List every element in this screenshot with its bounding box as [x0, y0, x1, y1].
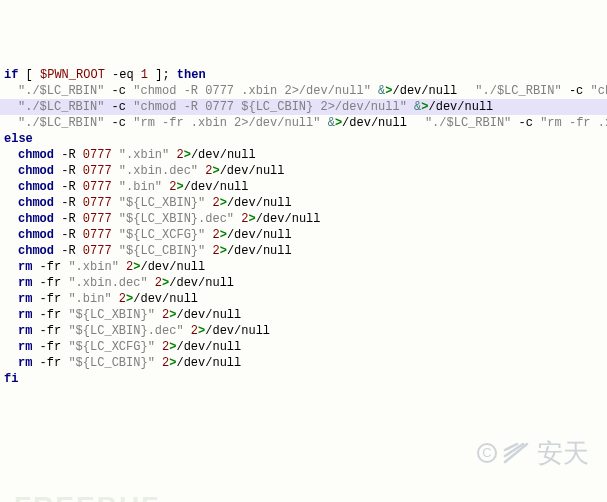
code-line: "./$LC_RBIN" -c "chmod -R 0777 ${LC_CBIN…	[0, 99, 607, 115]
code-line: rm -fr ".xbin" 2>/dev/null	[0, 259, 607, 275]
if-line: if [ $PWN_ROOT -eq 1 ]; then	[0, 67, 607, 83]
code-line: rm -fr "${LC_XCFG}" 2>/dev/null	[0, 339, 607, 355]
fi-line: fi	[0, 371, 607, 387]
code-line: chmod -R 0777 "${LC_XBIN}.dec" 2>/dev/nu…	[0, 211, 607, 227]
code-line: rm -fr ".bin" 2>/dev/null	[0, 291, 607, 307]
code-line: "./$LC_RBIN" -c "rm -fr .xbin 2>/dev/nul…	[0, 116, 407, 130]
code-line: "./$LC_RBIN" -c "chmod -R 0777 .xbin 2>/…	[0, 84, 457, 98]
code-line: chmod -R 0777 "${LC_CBIN}" 2>/dev/null	[0, 243, 607, 259]
code-line: chmod -R 0777 ".xbin" 2>/dev/null	[0, 147, 607, 163]
code-line: "./$LC_RBIN" -c "rm -fr .xbin.dec 2>/dev…	[407, 116, 607, 130]
code-line: chmod -R 0777 "${LC_XBIN}" 2>/dev/null	[0, 195, 607, 211]
code-line: chmod -R 0777 "${LC_XCFG}" 2>/dev/null	[0, 227, 607, 243]
else-line: else	[0, 131, 607, 147]
code-line: rm -fr ".xbin.dec" 2>/dev/null	[0, 275, 607, 291]
code-line: rm -fr "${LC_XBIN}.dec" 2>/dev/null	[0, 323, 607, 339]
copyright-icon: C	[477, 443, 497, 463]
code-block: if [ $PWN_ROOT -eq 1 ]; then"./$LC_RBIN"…	[0, 67, 607, 387]
antiy-logo: C 安天	[477, 440, 589, 466]
code-line: chmod -R 0777 ".xbin.dec" 2>/dev/null	[0, 163, 607, 179]
code-line: chmod -R 0777 ".bin" 2>/dev/null	[0, 179, 607, 195]
code-line: rm -fr "${LC_XBIN}" 2>/dev/null	[0, 307, 607, 323]
code-line: rm -fr "${LC_CBIN}" 2>/dev/null	[0, 355, 607, 371]
code-line: "./$LC_RBIN" -c "chmod -R 0777 .xbin.dec…	[457, 84, 607, 98]
wing-icon	[503, 440, 531, 466]
logo-text: 安天	[537, 445, 589, 461]
